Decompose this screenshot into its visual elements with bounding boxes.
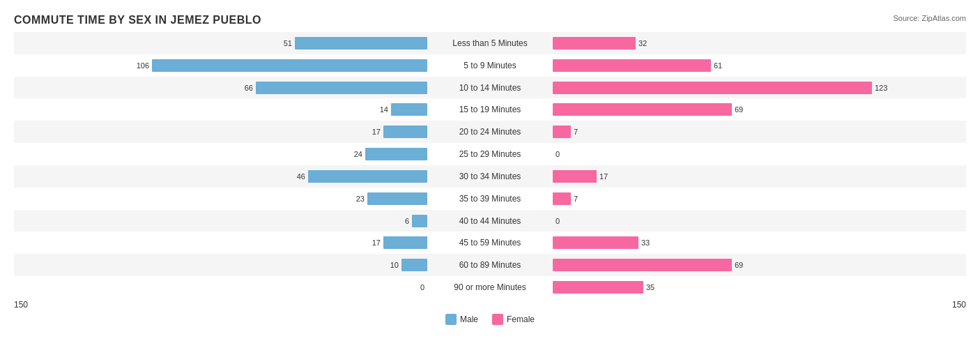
- left-bar-container: 51: [14, 36, 427, 51]
- male-value: 14: [367, 105, 388, 114]
- male-bar: [256, 82, 427, 94]
- left-bar-container: 6: [14, 213, 427, 229]
- row-inner: 46 30 to 34 Minutes 17: [14, 165, 966, 188]
- male-bar: [152, 59, 427, 72]
- left-section: 51: [14, 34, 427, 52]
- female-value: 33: [641, 238, 662, 247]
- right-section: 69: [553, 256, 966, 274]
- source-text: Source: ZipAtlas.com: [893, 14, 966, 22]
- chart-container: COMMUTE TIME BY SEX IN JEMEZ PUEBLO Sour…: [0, 0, 980, 364]
- female-value: 7: [574, 195, 595, 203]
- female-value: 0: [556, 150, 576, 158]
- right-bar-container: 17: [553, 169, 966, 184]
- row-label: 40 to 44 Minutes: [427, 216, 553, 226]
- legend: Male Female: [14, 314, 966, 325]
- bar-row: 66 10 to 14 Minutes 123: [14, 77, 966, 99]
- female-bar: [553, 236, 638, 249]
- left-section: 106: [14, 56, 427, 75]
- legend-female-box: [492, 314, 503, 325]
- row-inner: 17 20 to 24 Minutes 7: [14, 121, 966, 143]
- right-bar-container: 0: [553, 146, 966, 162]
- left-section: 23: [14, 190, 427, 208]
- male-value: 10: [378, 261, 399, 269]
- male-bar: [401, 259, 427, 271]
- chart-area: 51 Less than 5 Minutes 32 106: [14, 32, 966, 319]
- male-bar: [412, 215, 427, 227]
- left-section: 14: [14, 100, 427, 119]
- female-value: 69: [735, 105, 756, 114]
- row-label: 35 to 39 Minutes: [427, 194, 553, 204]
- female-value: 61: [714, 61, 735, 70]
- bar-row: 6 40 to 44 Minutes 0: [14, 210, 966, 232]
- row-label: 5 to 9 Minutes: [427, 61, 553, 70]
- legend-female-label: Female: [507, 314, 535, 324]
- row-inner: 17 45 to 59 Minutes 33: [14, 232, 966, 254]
- legend-male: Male: [445, 314, 478, 325]
- left-section: 66: [14, 79, 427, 97]
- bar-rows: 51 Less than 5 Minutes 32 106: [14, 32, 966, 298]
- right-bar-container: 0: [553, 213, 966, 229]
- male-bar: [365, 148, 427, 160]
- left-bar-container: 66: [14, 80, 427, 96]
- row-inner: 10 60 to 89 Minutes 69: [14, 254, 966, 276]
- male-value: 66: [232, 84, 253, 92]
- left-bar-container: 106: [14, 58, 427, 73]
- bar-row: 14 15 to 19 Minutes 69: [14, 98, 966, 121]
- bar-row: 23 35 to 39 Minutes 7: [14, 188, 966, 210]
- male-bar: [383, 126, 427, 138]
- row-inner: 0 90 or more Minutes 35: [14, 276, 966, 298]
- bar-row: 17 45 to 59 Minutes 33: [14, 232, 966, 254]
- male-value: 24: [342, 150, 362, 158]
- female-bar: [553, 126, 571, 138]
- left-section: 46: [14, 167, 427, 185]
- left-section: 6: [14, 212, 427, 230]
- left-bar-container: 46: [14, 169, 427, 184]
- left-bar-container: 17: [14, 235, 427, 250]
- male-value: 17: [360, 128, 381, 136]
- bar-row: 106 5 to 9 Minutes 61: [14, 54, 966, 77]
- row-inner: 66 10 to 14 Minutes 123: [14, 77, 966, 99]
- row-label: Less than 5 Minutes: [427, 38, 553, 48]
- row-label: 45 to 59 Minutes: [427, 238, 553, 248]
- male-value: 51: [271, 39, 292, 47]
- right-bar-container: 35: [553, 280, 966, 295]
- female-bar: [553, 37, 636, 50]
- male-value: 106: [128, 61, 149, 70]
- legend-male-label: Male: [460, 314, 478, 324]
- right-section: 123: [553, 79, 966, 97]
- female-value: 17: [599, 172, 620, 181]
- female-bar: [553, 103, 732, 116]
- male-value: 17: [360, 238, 381, 247]
- female-value: 0: [556, 217, 576, 225]
- bar-row: 17 20 to 24 Minutes 7: [14, 121, 966, 143]
- right-section: 0: [553, 212, 966, 230]
- female-value: 69: [735, 261, 756, 269]
- left-section: 17: [14, 234, 427, 252]
- right-section: 0: [553, 145, 966, 163]
- row-inner: 23 35 to 39 Minutes 7: [14, 188, 966, 210]
- left-section: 0: [14, 278, 427, 296]
- bar-row: 46 30 to 34 Minutes 17: [14, 165, 966, 188]
- right-bar-container: 7: [553, 124, 966, 139]
- left-bar-container: 23: [14, 191, 427, 206]
- male-value: 6: [388, 217, 409, 225]
- bar-row: 10 60 to 89 Minutes 69: [14, 254, 966, 276]
- axis-labels: 150 150: [14, 300, 966, 310]
- left-section: 24: [14, 145, 427, 163]
- left-section: 17: [14, 123, 427, 141]
- male-bar: [308, 170, 427, 183]
- legend-female: Female: [492, 314, 535, 325]
- axis-right: 150: [952, 300, 966, 310]
- row-label: 60 to 89 Minutes: [427, 260, 553, 270]
- left-bar-container: 0: [14, 280, 427, 295]
- right-section: 35: [553, 278, 966, 296]
- female-value: 35: [646, 283, 667, 291]
- female-value: 7: [574, 128, 595, 136]
- right-bar-container: 123: [553, 80, 966, 96]
- row-label: 20 to 24 Minutes: [427, 127, 553, 137]
- right-bar-container: 7: [553, 191, 966, 206]
- right-section: 7: [553, 123, 966, 141]
- female-bar: [553, 82, 872, 94]
- right-section: 33: [553, 234, 966, 252]
- row-inner: 106 5 to 9 Minutes 61: [14, 54, 966, 77]
